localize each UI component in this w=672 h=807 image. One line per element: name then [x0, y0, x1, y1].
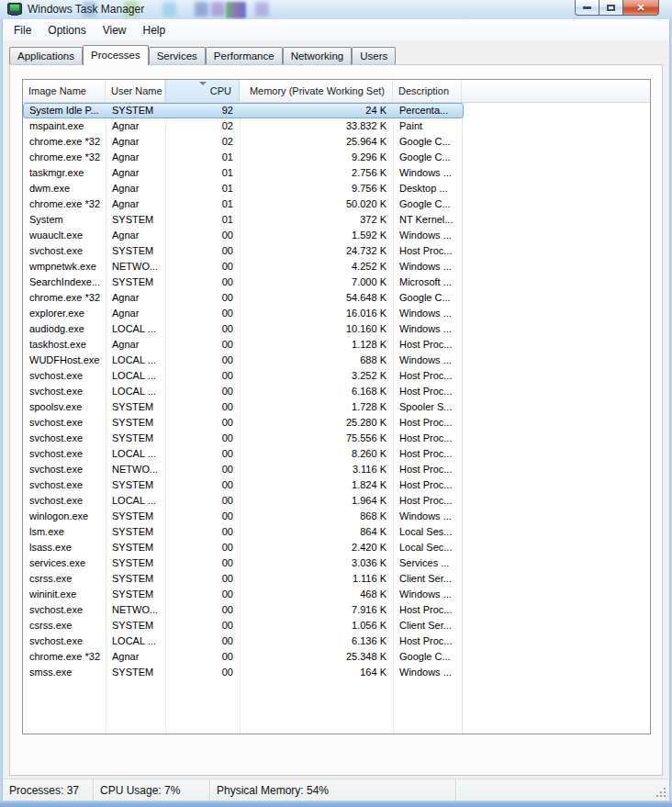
- table-row[interactable]: svchost.exeLOCAL ...006.168 KHost Proc..…: [23, 384, 464, 399]
- cell-image: svchost.exe: [24, 603, 106, 617]
- cell-cpu: 00: [166, 588, 241, 601]
- cell-user: NETWO...: [106, 260, 166, 274]
- cell-memory: 6.168 K: [241, 385, 394, 398]
- cell-cpu: 00: [166, 447, 241, 461]
- table-row[interactable]: dwm.exeAgnar019.756 KDesktop ...: [23, 181, 464, 196]
- task-manager-window: Windows Task Manager ✕ File Options View…: [0, 0, 672, 807]
- cell-description: Windows ...: [394, 229, 463, 242]
- table-row[interactable]: wininit.exeSYSTEM00468 KWindows ...: [23, 587, 464, 602]
- cell-description: Windows ...: [394, 510, 463, 523]
- tab-networking[interactable]: Networking: [283, 47, 353, 64]
- cell-user: SYSTEM: [106, 619, 166, 633]
- table-row[interactable]: svchost.exeNETWO...003.116 KHost Proc...: [23, 462, 464, 477]
- table-row[interactable]: svchost.exeSYSTEM0025.280 KHost Proc...: [23, 415, 464, 431]
- cell-description: Host Proc...: [394, 463, 463, 476]
- minimize-icon: [583, 6, 591, 9]
- table-row[interactable]: smss.exeSYSTEM00164 KWindows ...: [23, 665, 464, 680]
- table-row[interactable]: winlogon.exeSYSTEM00868 KWindows ...: [23, 509, 464, 524]
- menu-item-file[interactable]: File: [6, 22, 39, 39]
- cell-cpu: 00: [166, 432, 241, 445]
- cell-image: explorer.exe: [24, 307, 106, 320]
- cell-cpu: 00: [166, 478, 241, 492]
- tab-applications[interactable]: Applications: [9, 47, 83, 64]
- cell-cpu: 00: [166, 619, 241, 633]
- resize-grip-icon[interactable]: [655, 787, 667, 799]
- cell-description: Microsoft ...: [394, 275, 463, 289]
- table-row[interactable]: wuauclt.exeAgnar001.592 KWindows ...: [23, 228, 464, 243]
- table-row[interactable]: spoolsv.exeSYSTEM001.728 KSpooler S...: [23, 399, 464, 415]
- table-row[interactable]: svchost.exeLOCAL ...006.136 KHost Proc..…: [23, 633, 464, 649]
- cell-description: Host Proc...: [394, 416, 463, 430]
- column-header-user-name[interactable]: User Name: [106, 80, 165, 102]
- table-row[interactable]: chrome.exe *32Agnar0054.648 KGoogle C...: [23, 290, 464, 306]
- cell-cpu: 01: [166, 197, 241, 211]
- cell-description: Google C...: [394, 291, 463, 305]
- table-row[interactable]: wmpnetwk.exeNETWO...004.252 KWindows ...: [23, 259, 464, 275]
- cell-cpu: 00: [166, 510, 241, 523]
- table-row[interactable]: svchost.exeLOCAL ...003.252 KHost Proc..…: [23, 368, 464, 384]
- status-physical-memory: Physical Memory: 54%: [210, 779, 456, 801]
- column-header-cpu[interactable]: CPU: [165, 80, 240, 102]
- cell-image: chrome.exe *32: [24, 197, 106, 211]
- cell-image: svchost.exe: [24, 494, 106, 508]
- cell-memory: 2.420 K: [241, 541, 394, 555]
- table-row[interactable]: mspaint.exeAgnar0233.832 KPaint: [23, 118, 464, 134]
- table-row[interactable]: taskmgr.exeAgnar012.756 KWindows ...: [23, 165, 464, 181]
- table-row[interactable]: SearchIndexe...SYSTEM007.000 KMicrosoft …: [23, 275, 464, 290]
- cell-image: chrome.exe *32: [24, 291, 106, 305]
- cell-description: Paint: [394, 119, 463, 133]
- cell-cpu: 00: [166, 666, 241, 679]
- table-row[interactable]: System Idle P...SYSTEM9224 KPercenta...: [23, 103, 464, 118]
- titlebar[interactable]: Windows Task Manager ✕: [0, 0, 672, 20]
- table-row[interactable]: explorer.exeAgnar0016.016 KWindows ...: [23, 306, 464, 321]
- cell-memory: 25.280 K: [241, 416, 394, 430]
- table-row[interactable]: svchost.exeNETWO...007.916 KHost Proc...: [23, 602, 464, 618]
- column-header-memory[interactable]: Memory (Private Working Set): [240, 80, 393, 102]
- menu-item-view[interactable]: View: [95, 22, 135, 39]
- cell-description: Google C...: [394, 650, 463, 664]
- menu-item-help[interactable]: Help: [135, 22, 174, 39]
- menu-item-options[interactable]: Options: [39, 22, 94, 39]
- column-header-description[interactable]: Description: [393, 80, 462, 102]
- table-row[interactable]: svchost.exeLOCAL ...008.260 KHost Proc..…: [23, 446, 464, 462]
- cell-memory: 864 K: [241, 525, 394, 539]
- table-row[interactable]: csrss.exeSYSTEM001.116 KClient Ser...: [23, 571, 464, 587]
- cell-user: Agnar: [106, 229, 166, 242]
- cell-cpu: 00: [166, 307, 241, 320]
- table-row[interactable]: services.exeSYSTEM003.036 KServices ...: [23, 555, 464, 571]
- cell-user: SYSTEM: [106, 478, 166, 492]
- table-row[interactable]: lsm.exeSYSTEM00864 KLocal Ses...: [23, 524, 464, 540]
- table-row[interactable]: svchost.exeSYSTEM0075.556 KHost Proc...: [23, 431, 464, 446]
- close-button[interactable]: ✕: [623, 0, 659, 16]
- titlebar-glass-blob: [226, 2, 246, 18]
- table-row[interactable]: svchost.exeLOCAL ...001.964 KHost Proc..…: [23, 493, 464, 509]
- table-row[interactable]: chrome.exe *32Agnar0150.020 KGoogle C...: [23, 196, 464, 212]
- table-row[interactable]: audiodg.exeLOCAL ...0010.160 KWindows ..…: [23, 321, 464, 337]
- table-row[interactable]: svchost.exeSYSTEM0024.732 KHost Proc...: [23, 243, 464, 259]
- cell-description: Desktop ...: [394, 182, 463, 196]
- column-header-image-name[interactable]: Image Name: [23, 80, 106, 102]
- minimize-button[interactable]: [575, 0, 599, 16]
- cell-memory: 1.116 K: [241, 572, 394, 586]
- table-row[interactable]: chrome.exe *32Agnar0225.964 KGoogle C...: [23, 134, 464, 150]
- cell-memory: 2.756 K: [241, 166, 394, 180]
- table-row[interactable]: csrss.exeSYSTEM001.056 KClient Ser...: [23, 618, 464, 633]
- tab-performance[interactable]: Performance: [206, 47, 283, 64]
- cell-user: SYSTEM: [106, 525, 166, 539]
- tab-processes[interactable]: Processes: [83, 45, 149, 65]
- cell-user: Agnar: [106, 291, 166, 305]
- menu-bar: File Options View Help: [3, 19, 669, 40]
- table-row[interactable]: WUDFHost.exeLOCAL ...00688 KWindows ...: [23, 353, 464, 368]
- tab-users[interactable]: Users: [352, 47, 396, 64]
- tab-services[interactable]: Services: [149, 47, 206, 64]
- table-row[interactable]: chrome.exe *32Agnar0025.348 KGoogle C...: [23, 649, 464, 665]
- table-row[interactable]: svchost.exeSYSTEM001.824 KHost Proc...: [23, 477, 464, 493]
- cell-user: SYSTEM: [106, 541, 166, 555]
- table-row[interactable]: lsass.exeSYSTEM002.420 KLocal Sec...: [23, 540, 464, 555]
- cell-description: Windows ...: [394, 353, 463, 367]
- table-row[interactable]: chrome.exe *32Agnar019.296 KGoogle C...: [23, 150, 464, 165]
- table-row[interactable]: taskhost.exeAgnar001.128 KHost Proc...: [23, 337, 464, 353]
- table-row[interactable]: SystemSYSTEM01372 KNT Kernel...: [23, 212, 464, 228]
- cell-description: NT Kernel...: [394, 213, 463, 227]
- maximize-button[interactable]: [599, 0, 623, 16]
